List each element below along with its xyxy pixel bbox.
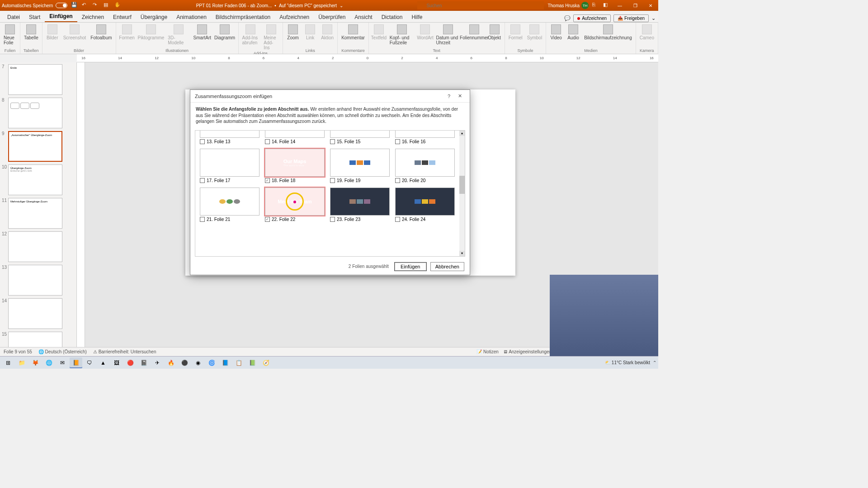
close-button[interactable]: ✕ [645,0,656,11]
present-icon[interactable]: ▤ [104,2,111,9]
checkbox-icon[interactable] [200,178,205,183]
comments-toggle-icon[interactable]: 💬 [564,15,571,21]
slide-option-20[interactable]: 20. Folie 20 [395,149,455,183]
notes-button[interactable]: 📝 Notizen [476,349,499,354]
ribbon-collapse-icon[interactable]: ⌄ [651,15,656,21]
task-app5[interactable]: ◉ [192,357,204,368]
task-obs[interactable]: ⚫ [178,357,191,368]
thumb-slide-12[interactable]: 12 [2,231,75,262]
task-app6[interactable]: 🌀 [205,357,218,368]
minimize-button[interactable]: ― [614,0,626,11]
slide-option-22[interactable]: Meet the Team22. Folie 22 [265,188,325,222]
slide-option-19[interactable]: 19. Folie 19 [330,149,390,183]
record-button[interactable]: Aufzeichnen [573,14,611,22]
dialog-scrollbar[interactable]: ▴ ▾ [459,131,465,256]
checkbox-icon[interactable] [200,139,205,144]
ribbon-kommentar[interactable]: Kommentar [340,23,367,41]
task-app3[interactable]: 🔴 [124,357,137,368]
redo-icon[interactable]: ↷ [93,2,100,9]
ribbon-zoom[interactable]: Zoom [285,23,301,41]
display-settings[interactable]: 🖥 Anzeigeeinstellungen [503,349,552,354]
tab-hilfe[interactable]: Hilfe [407,12,427,22]
slide-option-24[interactable]: 24. Folie 24 [395,188,455,222]
task-chrome[interactable]: 🌐 [42,357,55,368]
tab-entwurf[interactable]: Entwurf [108,12,136,22]
tab-datei[interactable]: Datei [3,12,24,22]
slide-option-16[interactable]: 16. Folie 16 [395,130,455,144]
task-firefox[interactable]: 🦊 [29,357,42,368]
language[interactable]: 🌐 Deutsch (Österreich) [38,349,87,354]
task-excel[interactable]: 📗 [246,357,259,368]
checkbox-icon[interactable] [265,139,270,144]
checkbox-icon[interactable] [395,178,400,183]
tab-aufzeichnen[interactable]: Aufzeichnen [275,12,314,22]
weather-widget[interactable]: ⛅ 11°C Stark bewölkt [605,360,650,365]
ribbon-datum-und-uhrzeit[interactable]: Datum und Uhrzeit [434,23,462,46]
scroll-down-icon[interactable]: ▾ [459,251,465,256]
mode-icon[interactable]: ⎘ [592,2,599,9]
ribbon-neue-folie[interactable]: Neue Folie [2,23,18,46]
scroll-up-icon[interactable]: ▴ [459,131,465,136]
task-telegram[interactable]: ✈ [151,357,164,368]
ribbon-bildschirmaufzeichnung[interactable]: Bildschirmaufzeichnung [582,23,634,41]
thumb-slide-8[interactable]: 8 [2,98,75,128]
task-explorer[interactable]: 📁 [15,357,28,368]
autosave-toggle[interactable]: Automatisches Speichern [2,3,67,8]
start-button[interactable]: ⊞ [2,357,14,368]
task-edge[interactable]: 🧭 [259,357,272,368]
tray-chevron-icon[interactable]: ⌃ [653,360,656,365]
save-icon[interactable]: 💾 [71,2,78,9]
checkbox-icon[interactable] [330,178,335,183]
slide-option-13[interactable]: 13. Folie 13 [200,130,259,144]
task-word[interactable]: 📘 [219,357,231,368]
slide-thumbnails[interactable]: 7Ende89„Automatischer" Übergänge-Zoom10Ü… [0,62,77,352]
task-powerpoint[interactable]: 📙 [70,357,82,368]
task-app4[interactable]: 🔥 [165,357,177,368]
tab-start[interactable]: Start [24,12,45,22]
ribbon-diagramm[interactable]: Diagramm [213,23,236,41]
close-icon[interactable]: ✕ [454,91,465,102]
tab-bildschirmpräsentation[interactable]: Bildschirmpräsentation [211,12,275,22]
help-icon[interactable]: ? [443,91,454,102]
checkbox-icon[interactable] [200,217,205,222]
slide-counter[interactable]: Folie 9 von 55 [4,349,32,354]
ribbon-audio[interactable]: Audio [565,23,581,41]
thumb-slide-13[interactable]: 13 [2,265,75,296]
tab-überprüfen[interactable]: Überprüfen [314,12,350,22]
tab-animationen[interactable]: Animationen [172,12,211,22]
thumb-slide-9[interactable]: 9„Automatischer" Übergänge-Zoom [2,131,75,162]
ribbon-fotoalbum[interactable]: Fotoalbum [89,23,113,41]
ribbon-foliennummer[interactable]: Foliennummer [463,23,485,41]
thumb-slide-14[interactable]: 14 [2,298,75,329]
tab-einfügen[interactable]: Einfügen [45,11,77,22]
slide-option-23[interactable]: 23. Folie 23 [330,188,390,222]
checkbox-icon[interactable] [395,217,400,222]
task-app2[interactable]: 🖼 [110,357,123,368]
checkbox-icon[interactable] [265,217,270,222]
scroll-handle[interactable] [459,176,465,194]
app-icon[interactable]: ◧ [603,2,610,9]
checkbox-icon[interactable] [395,139,400,144]
slide-option-14[interactable]: 14. Folie 14 [265,130,325,144]
thumb-slide-10[interactable]: 10Übergänge ZoomEinfacher geht's nicht [2,164,75,195]
undo-icon[interactable]: ↶ [82,2,89,9]
system-tray[interactable]: ⛅ 11°C Stark bewölkt ⌃ [605,360,656,365]
dialog-titlebar[interactable]: Zusammenfassungszoom einfügen ? ✕ [190,90,470,103]
checkbox-icon[interactable] [330,217,335,222]
ribbon-smartart[interactable]: SmartArt [192,23,212,41]
ribbon-video[interactable]: Video [548,23,564,41]
insert-button[interactable]: Einfügen [394,262,427,271]
task-app7[interactable]: 📋 [232,357,245,368]
checkbox-icon[interactable] [330,139,335,144]
accessibility[interactable]: ⚠ Barrierefreiheit: Untersuchen [93,349,156,354]
thumb-slide-11[interactable]: 11Mehrstufiger Übergänge-Zoom [2,198,75,229]
tab-zeichnen[interactable]: Zeichnen [77,12,108,22]
tab-dictation[interactable]: Dictation [377,12,407,22]
thumb-slide-7[interactable]: 7Ende [2,64,75,95]
checkbox-icon[interactable] [265,178,270,183]
task-vlc[interactable]: ▲ [97,357,109,368]
slide-option-17[interactable]: 17. Folie 17 [200,149,259,183]
ribbon-kopf-und-fu-zeile[interactable]: Kopf- und Fußzeile [388,23,416,46]
task-outlook[interactable]: ✉ [56,357,69,368]
tab-übergänge[interactable]: Übergänge [136,12,172,22]
